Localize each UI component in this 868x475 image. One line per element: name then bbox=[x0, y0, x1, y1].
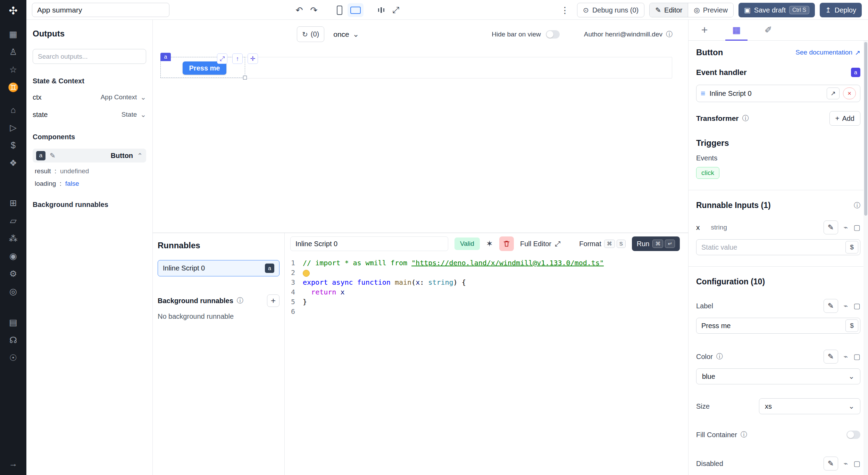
remove-script-button[interactable]: × bbox=[843, 88, 856, 99]
tab-insert-component[interactable]: + bbox=[688, 20, 720, 40]
script-name-input[interactable] bbox=[290, 236, 448, 251]
chevron-down-icon: ⌄ bbox=[848, 372, 854, 381]
scrollbar-thumb[interactable] bbox=[864, 42, 867, 216]
deploy-button[interactable]: ↥ Deploy bbox=[820, 3, 862, 17]
scrollbar[interactable] bbox=[863, 41, 868, 475]
home-icon[interactable]: ⌂ bbox=[10, 106, 16, 114]
users-icon[interactable]: ♊ bbox=[8, 83, 18, 92]
color-select[interactable]: blue ⌄ bbox=[696, 368, 860, 384]
template-input-button[interactable]: ▢ bbox=[853, 223, 860, 232]
user-icon[interactable]: ♙ bbox=[9, 48, 17, 56]
label-value-input[interactable] bbox=[696, 322, 845, 330]
full-editor-button[interactable]: Full Editor ⤢ bbox=[520, 240, 560, 248]
anchor-component-button[interactable]: ↑ bbox=[232, 53, 243, 64]
search-outputs-input[interactable] bbox=[33, 49, 146, 64]
debug-icon[interactable]: ◎ bbox=[9, 287, 17, 296]
plus-icon: + bbox=[835, 115, 840, 123]
desktop-view-button[interactable] bbox=[348, 3, 364, 17]
static-input-mode-button[interactable]: ✎ bbox=[824, 350, 838, 364]
undo-button[interactable]: ↶ bbox=[292, 3, 307, 17]
github-icon[interactable]: ☉ bbox=[9, 353, 17, 362]
state-row[interactable]: state State ⌄ bbox=[33, 109, 146, 120]
app-summary-input[interactable] bbox=[32, 3, 169, 17]
tab-editor[interactable]: ✎ Editor bbox=[650, 3, 688, 17]
frequency-dropdown[interactable]: once ⌄ bbox=[333, 30, 359, 39]
code-lines: 1// import * as wmill from "https://deno… bbox=[285, 258, 688, 316]
hide-bar-toggle[interactable] bbox=[546, 30, 560, 39]
expand-component-button[interactable]: ⤢ bbox=[217, 53, 227, 64]
kebab-menu-button[interactable]: ⋮ bbox=[558, 3, 572, 17]
cube-icon[interactable]: ❖ bbox=[9, 159, 17, 167]
pencil-icon[interactable]: ✎ bbox=[50, 151, 56, 160]
static-input-mode-button[interactable]: ✎ bbox=[824, 457, 838, 470]
people-icon[interactable]: ⁂ bbox=[9, 234, 17, 243]
runnable-item[interactable]: Inline Script 0 a bbox=[158, 260, 279, 276]
discord-icon[interactable]: ☊ bbox=[9, 336, 17, 344]
delete-script-button[interactable] bbox=[499, 236, 514, 251]
star-icon[interactable]: ☆ bbox=[9, 65, 17, 74]
connect-input-button[interactable]: ⌁ bbox=[844, 302, 848, 310]
see-documentation-link[interactable]: See documentation ↗ bbox=[795, 49, 860, 57]
component-button-row[interactable]: a ✎ Button ⌃ bbox=[33, 149, 146, 162]
add-transformer-button[interactable]: + Add bbox=[829, 111, 860, 126]
tab-component-settings[interactable]: ▦ bbox=[720, 20, 752, 40]
chevron-down-icon: ⌄ bbox=[353, 30, 359, 39]
component-id-badge: a bbox=[36, 151, 45, 160]
background-runnables-label: Background runnables bbox=[158, 297, 233, 305]
x-value-input[interactable] bbox=[696, 243, 845, 251]
play-icon[interactable]: ▷ bbox=[10, 123, 16, 132]
fill-container-toggle[interactable] bbox=[846, 431, 860, 439]
size-select[interactable]: xs ⌄ bbox=[759, 398, 860, 414]
ctx-row[interactable]: ctx App Context ⌄ bbox=[33, 92, 146, 102]
code-editor[interactable]: 1// import * as wmill from "https://deno… bbox=[285, 255, 688, 475]
static-input-mode-button[interactable]: ✎ bbox=[824, 220, 838, 234]
runnables-panel: Runnables Inline Script 0 a Background r… bbox=[153, 233, 285, 475]
app-canvas[interactable]: a ⤢ ↑ ✛ Press me bbox=[153, 49, 688, 233]
open-script-button[interactable]: ↗ bbox=[827, 88, 840, 99]
template-input-button[interactable]: ▢ bbox=[853, 302, 860, 310]
component-id-badge: a bbox=[851, 68, 860, 77]
ai-wand-icon[interactable]: ✶ bbox=[486, 239, 493, 249]
dollar-icon[interactable]: $ bbox=[11, 141, 16, 150]
refresh-button[interactable]: ↻ (0) bbox=[297, 26, 324, 42]
folder-icon[interactable]: ▱ bbox=[10, 216, 16, 225]
mobile-view-button[interactable] bbox=[332, 3, 348, 17]
fullscreen-button[interactable]: ⤢ bbox=[389, 3, 403, 17]
book-icon[interactable]: ▤ bbox=[9, 318, 17, 327]
author-label: Author henri@windmill.dev bbox=[584, 31, 662, 38]
resize-handle[interactable] bbox=[243, 76, 247, 80]
run-button[interactable]: Run ⌘↵ bbox=[632, 236, 680, 251]
format-button[interactable]: Format ⌘S bbox=[579, 240, 625, 248]
result-property[interactable]: result : undefined bbox=[33, 167, 146, 175]
calendar-icon[interactable]: ⊞ bbox=[10, 199, 17, 207]
color-field-label: Color bbox=[696, 353, 713, 361]
refresh-icon: ↻ bbox=[302, 30, 308, 39]
event-script-row[interactable]: ≡ Inline Script 0 ↗ × bbox=[696, 85, 860, 102]
connect-input-button[interactable]: ⌁ bbox=[844, 223, 848, 232]
connect-input-button[interactable]: ⌁ bbox=[844, 352, 848, 361]
collapse-sidebar-icon[interactable]: → bbox=[9, 459, 18, 468]
gear-icon[interactable]: ⚙ bbox=[9, 269, 17, 278]
template-input-button[interactable]: ▢ bbox=[853, 459, 860, 468]
tab-styling[interactable]: ✐ bbox=[752, 20, 784, 40]
dollar-expr-button[interactable]: $ bbox=[845, 319, 858, 332]
redo-button[interactable]: ↷ bbox=[307, 3, 321, 17]
lightbulb-icon[interactable] bbox=[303, 270, 310, 277]
loading-property[interactable]: loading : false bbox=[33, 180, 146, 188]
dollar-expr-button[interactable]: $ bbox=[845, 241, 858, 253]
static-input-mode-button[interactable]: ✎ bbox=[824, 299, 838, 313]
save-draft-button[interactable]: ▣ Save draft Ctrl S bbox=[738, 3, 815, 17]
connect-input-button[interactable]: ⌁ bbox=[844, 459, 848, 468]
dashboard-icon[interactable]: ▦ bbox=[9, 30, 17, 39]
move-component-button[interactable]: ✛ bbox=[248, 53, 258, 64]
center-layout-button[interactable] bbox=[374, 3, 389, 17]
script-icon: ≡ bbox=[701, 89, 705, 98]
add-background-runnable-button[interactable]: + bbox=[267, 294, 279, 307]
eye-icon[interactable]: ◉ bbox=[9, 252, 17, 260]
editor-icon: ✎ bbox=[655, 6, 661, 14]
app-root: ✣ ▦♙☆♊⌂▷$❖⊞▱⁂◉⚙◎▤☊☉ → ↶ ↷ ⤢ ⋮ ⊙ bbox=[0, 0, 868, 475]
windmill-logo-icon[interactable]: ✣ bbox=[9, 6, 17, 16]
template-input-button[interactable]: ▢ bbox=[853, 352, 860, 361]
debug-runs-button[interactable]: ⊙ Debug runs (0) bbox=[577, 3, 644, 17]
tab-preview[interactable]: ◎ Preview bbox=[688, 3, 733, 17]
